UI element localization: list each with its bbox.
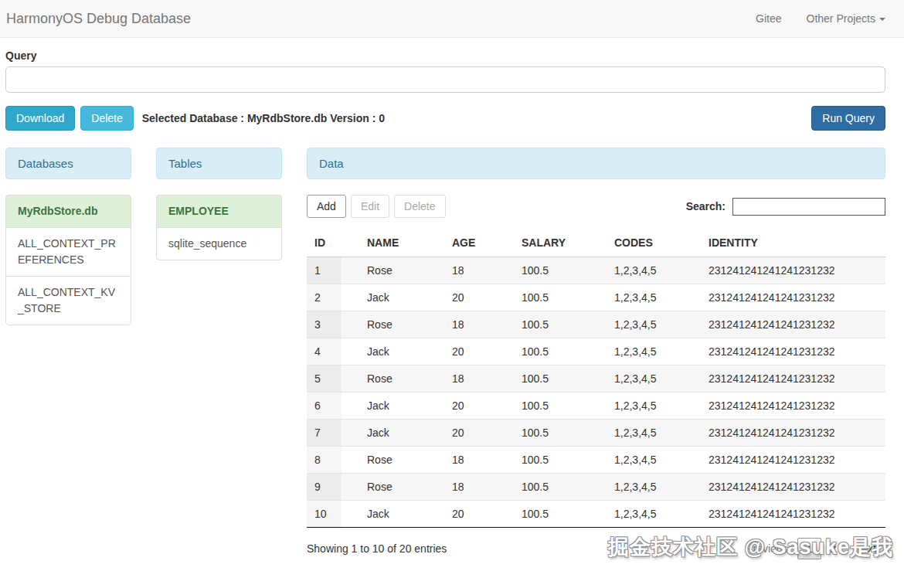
table-item-employee[interactable]: EMPLOYEE [156, 195, 282, 228]
table-row[interactable]: 1Rose18100.51,2,3,4,52312412412412412312… [307, 257, 885, 284]
cell-name: Jack [342, 338, 444, 365]
column-header-identity[interactable]: IDENTITY [701, 229, 885, 257]
cell-name: Rose [342, 365, 444, 393]
column-header-age[interactable]: AGE [444, 229, 514, 257]
data-panel: Data Add Edit Delete Search: IDNAMEAGESA… [307, 148, 885, 559]
cell-name: Rose [342, 447, 444, 474]
column-header-codes[interactable]: CODES [607, 229, 701, 257]
databases-panel-heading: Databases [5, 148, 131, 179]
column-header-salary[interactable]: SALARY [514, 229, 607, 257]
cell-codes: 1,2,3,4,5 [607, 474, 701, 501]
search-area: Search: [686, 198, 885, 216]
pagination-page-1[interactable]: 1 [797, 538, 822, 559]
table-row[interactable]: 6Jack20100.51,2,3,4,52312412412412412312… [307, 393, 885, 420]
cell-salary: 100.5 [514, 338, 607, 365]
cell-salary: 100.5 [514, 284, 607, 311]
table-row[interactable]: 3Rose18100.51,2,3,4,52312412412412412312… [307, 311, 885, 338]
cell-id: 5 [307, 365, 342, 393]
cell-codes: 1,2,3,4,5 [607, 501, 701, 528]
download-button[interactable]: Download [5, 106, 75, 131]
table-item-sqlite-sequence[interactable]: sqlite_sequence [156, 227, 282, 260]
cell-identity: 231241241241241231232 [701, 365, 885, 393]
cell-salary: 100.5 [514, 257, 607, 284]
cell-identity: 231241241241241231232 [701, 284, 885, 311]
database-action-row: Download Delete Selected Database : MyRd… [5, 106, 885, 131]
cell-age: 18 [444, 365, 514, 393]
pagination-page-2[interactable]: 2 [821, 539, 845, 559]
cell-age: 20 [444, 284, 514, 311]
cell-id: 3 [307, 311, 342, 338]
cell-identity: 231241241241241231232 [701, 338, 885, 365]
query-label: Query [5, 49, 885, 62]
data-table-body: 1Rose18100.51,2,3,4,52312412412412412312… [307, 257, 885, 528]
cell-name: Jack [342, 284, 444, 311]
navbar-links: Gitee Other Projects [756, 12, 885, 25]
table-footer: Showing 1 to 10 of 20 entries Previous 1… [307, 538, 885, 559]
cell-name: Rose [342, 474, 444, 501]
other-projects-label: Other Projects [807, 12, 875, 25]
cell-name: Rose [342, 311, 444, 338]
database-item-myrdbstore-db[interactable]: MyRdbStore.db [5, 195, 131, 228]
edit-row-button[interactable]: Edit [351, 195, 389, 218]
cell-identity: 231241241241241231232 [701, 311, 885, 338]
cell-salary: 100.5 [514, 393, 607, 420]
cell-id: 4 [307, 338, 342, 365]
cell-age: 18 [444, 311, 514, 338]
selected-database-info: Selected Database : MyRdbStore.db Versio… [142, 112, 385, 124]
column-header-id[interactable]: ID [307, 229, 342, 257]
table-row[interactable]: 9Rose18100.51,2,3,4,52312412412412412312… [307, 474, 885, 501]
data-panel-heading: Data [307, 148, 885, 179]
cell-age: 18 [444, 474, 514, 501]
cell-id: 2 [307, 284, 342, 311]
tables-panel: Tables EMPLOYEEsqlite_sequence [156, 148, 282, 260]
cell-age: 18 [444, 257, 514, 284]
cell-salary: 100.5 [514, 447, 607, 474]
cell-salary: 100.5 [514, 365, 607, 393]
table-row[interactable]: 7Jack20100.51,2,3,4,52312412412412412312… [307, 420, 885, 447]
navbar: HarmonyOS Debug Database Gitee Other Pro… [0, 0, 904, 38]
nav-link-other-projects[interactable]: Other Projects [807, 12, 885, 25]
delete-database-button[interactable]: Delete [80, 106, 133, 131]
run-query-button[interactable]: Run Query [811, 106, 885, 131]
cell-salary: 100.5 [514, 474, 607, 501]
delete-row-button[interactable]: Delete [394, 195, 445, 218]
table-row[interactable]: 5Rose18100.51,2,3,4,52312412412412412312… [307, 365, 885, 393]
add-row-button[interactable]: Add [307, 195, 346, 218]
cell-codes: 1,2,3,4,5 [607, 311, 701, 338]
table-row[interactable]: 10Jack20100.51,2,3,4,5231241241241241231… [307, 501, 885, 528]
cell-codes: 1,2,3,4,5 [607, 284, 701, 311]
database-item-all-context-preferences[interactable]: ALL_CONTEXT_PREFERENCES [5, 227, 131, 277]
cell-salary: 100.5 [514, 311, 607, 338]
table-row[interactable]: 4Jack20100.51,2,3,4,52312412412412412312… [307, 338, 885, 365]
column-header-name[interactable]: NAME [342, 229, 444, 257]
query-input[interactable] [5, 66, 885, 93]
pagination-pages: 12 [797, 542, 845, 555]
cell-codes: 1,2,3,4,5 [607, 365, 701, 393]
showing-entries-info: Showing 1 to 10 of 20 entries [307, 542, 447, 555]
data-table-header: IDNAMEAGESALARYCODESIDENTITY [307, 229, 885, 257]
search-input[interactable] [732, 198, 885, 216]
cell-codes: 1,2,3,4,5 [607, 338, 701, 365]
cell-codes: 1,2,3,4,5 [607, 447, 701, 474]
search-label: Search: [686, 200, 726, 212]
tables-list: EMPLOYEEsqlite_sequence [156, 195, 282, 260]
table-row[interactable]: 2Jack20100.51,2,3,4,52312412412412412312… [307, 284, 885, 311]
table-row[interactable]: 8Rose18100.51,2,3,4,52312412412412412312… [307, 447, 885, 474]
cell-id: 10 [307, 501, 342, 528]
pagination-previous-button[interactable]: Previous [736, 538, 797, 559]
pagination-next-button[interactable]: Next [845, 538, 885, 559]
cell-age: 20 [444, 393, 514, 420]
cell-salary: 100.5 [514, 420, 607, 447]
cell-age: 18 [444, 447, 514, 474]
cell-identity: 231241241241241231232 [701, 257, 885, 284]
databases-list: MyRdbStore.dbALL_CONTEXT_PREFERENCESALL_… [5, 195, 131, 325]
cell-codes: 1,2,3,4,5 [607, 257, 701, 284]
database-item-all-context-kv-store[interactable]: ALL_CONTEXT_KV_STORE [5, 276, 131, 325]
cell-identity: 231241241241241231232 [701, 447, 885, 474]
app-title: HarmonyOS Debug Database [6, 11, 191, 27]
cell-age: 20 [444, 501, 514, 528]
pagination: Previous 12 Next [736, 538, 885, 559]
nav-link-gitee[interactable]: Gitee [756, 12, 781, 25]
caret-down-icon [879, 18, 885, 21]
databases-panel: Databases MyRdbStore.dbALL_CONTEXT_PREFE… [5, 148, 131, 325]
